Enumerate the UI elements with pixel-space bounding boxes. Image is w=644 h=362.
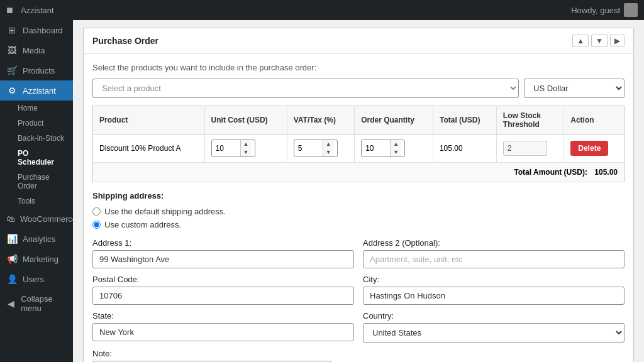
unit-cost-up[interactable]: ▲	[241, 140, 252, 148]
sidebar-item-media[interactable]: 🖼 Media	[0, 40, 73, 60]
radio-default-text: Use the default shipping address.	[104, 207, 226, 216]
dashboard-icon: ⊞	[6, 25, 18, 35]
sidebar-item-analytics[interactable]: 📊 Analytics	[0, 229, 73, 249]
po-description: Select the products you want to include …	[92, 63, 625, 72]
sidebar-item-dashboard[interactable]: ⊞ Dashboard	[0, 20, 73, 40]
note-section: Note:	[92, 349, 625, 362]
sidebar-sub-home[interactable]: Home	[0, 101, 73, 116]
address2-label: Address 2 (Optional):	[363, 238, 625, 248]
cell-action: Delete	[564, 134, 625, 163]
sidebar: ⊞ Dashboard 🖼 Media 🛒 Products ⚙ Azzista…	[0, 20, 73, 362]
howdy-text: Howdy, guest	[571, 6, 620, 15]
collapse-down-button[interactable]: ▼	[591, 35, 608, 47]
low-stock-input[interactable]	[503, 141, 547, 156]
expand-button[interactable]: ▶	[610, 35, 625, 47]
site-name: Azzistant	[21, 6, 54, 15]
products-icon: 🛒	[6, 65, 18, 75]
order-qty-up[interactable]: ▲	[391, 140, 401, 148]
po-card-header-actions: ▲ ▼ ▶	[572, 35, 625, 47]
sidebar-label-tools: Tools	[18, 197, 35, 206]
po-card-header: Purchase Order ▲ ▼ ▶	[84, 28, 633, 54]
shipping-section: Shipping address: Use the default shippi…	[92, 191, 625, 362]
city-group: City:	[363, 275, 625, 305]
sidebar-sub-discount-rules[interactable]: Product	[0, 116, 73, 131]
total-label: Total Amount (USD):	[514, 168, 587, 177]
order-qty-input-wrap: ▲ ▼	[361, 140, 405, 157]
sidebar-label-dashboard: Dashboard	[23, 26, 63, 35]
radio-custom-label[interactable]: Use custom address.	[92, 220, 625, 229]
unit-cost-input[interactable]	[212, 141, 240, 155]
col-product: Product	[93, 106, 205, 134]
woocommerce-icon: 🛍	[6, 214, 15, 224]
sidebar-sub-purchase-order[interactable]: Purchase Order	[0, 170, 73, 194]
vat-down[interactable]: ▼	[323, 148, 334, 156]
vat-up[interactable]: ▲	[323, 140, 334, 148]
sidebar-label-media: Media	[23, 46, 45, 55]
state-group: State:	[92, 311, 354, 343]
sidebar-sub-tools[interactable]: Tools	[0, 194, 73, 209]
cell-vat: ▲ ▼	[287, 134, 354, 163]
vat-input[interactable]	[294, 141, 323, 155]
purchase-order-card: Purchase Order ▲ ▼ ▶ Select the products…	[83, 28, 634, 362]
country-select[interactable]: United States	[363, 323, 625, 343]
order-qty-down[interactable]: ▼	[391, 148, 401, 156]
sidebar-item-marketing[interactable]: 📢 Marketing	[0, 249, 73, 269]
radio-custom[interactable]	[92, 221, 101, 229]
sidebar-sub-po-scheduler[interactable]: PO Scheduler	[0, 146, 73, 170]
city-input[interactable]	[363, 287, 625, 305]
sidebar-label-users: Users	[23, 275, 44, 284]
col-order-qty: Order Quantity	[355, 106, 433, 134]
postal-input[interactable]	[92, 287, 354, 305]
col-total: Total (USD)	[433, 106, 496, 134]
sidebar-item-products[interactable]: 🛒 Products	[0, 60, 73, 80]
country-label: Country:	[363, 311, 625, 321]
radio-default-label[interactable]: Use the default shipping address.	[92, 207, 625, 216]
note-label: Note:	[92, 349, 625, 358]
table-row: Discount 10% Product A ▲ ▼	[93, 134, 625, 163]
address2-input[interactable]	[363, 250, 625, 268]
col-unit-cost: Unit Cost (USD)	[204, 106, 287, 134]
vat-input-wrap: ▲ ▼	[294, 140, 338, 157]
collapse-icon: ◀	[6, 299, 16, 309]
sidebar-label-po-scheduler: PO Scheduler	[18, 149, 54, 167]
order-qty-spinners: ▲ ▼	[390, 140, 401, 156]
collapse-up-button[interactable]: ▲	[572, 35, 589, 47]
sidebar-label-woocommerce: WooCommerce	[20, 214, 73, 224]
sidebar-item-woocommerce[interactable]: 🛍 WooCommerce	[0, 209, 73, 229]
postal-label: Postal Code:	[92, 275, 354, 284]
sidebar-item-azzistant[interactable]: ⚙ Azzistant	[0, 80, 73, 101]
radio-default[interactable]	[92, 207, 101, 216]
product-select[interactable]: Select a product	[92, 79, 519, 98]
address1-label: Address 1:	[92, 238, 354, 248]
cell-order-qty: ▲ ▼	[355, 134, 433, 163]
po-card-title: Purchase Order	[92, 36, 158, 46]
unit-cost-input-wrap: ▲ ▼	[211, 140, 255, 157]
sidebar-label-marketing: Marketing	[23, 255, 58, 264]
sidebar-sub-back-in-stock[interactable]: Back-in-Stock	[0, 131, 73, 146]
sidebar-item-users[interactable]: 👤 Users	[0, 269, 73, 289]
sidebar-item-collapse[interactable]: ◀ Collapse menu	[0, 289, 73, 318]
shipping-radio-group: Use the default shipping address. Use cu…	[92, 207, 625, 229]
order-qty-input[interactable]	[362, 141, 390, 155]
state-input[interactable]	[92, 323, 354, 341]
top-bar-right: Howdy, guest	[571, 3, 638, 17]
product-select-row: Select a product US Dollar	[92, 79, 625, 98]
azzistant-icon: ⚙	[6, 85, 18, 96]
cell-unit-cost: ▲ ▼	[204, 134, 287, 163]
unit-cost-down[interactable]: ▼	[241, 148, 252, 156]
sidebar-label-collapse: Collapse menu	[21, 294, 67, 313]
shipping-title: Shipping address:	[92, 191, 625, 200]
delete-button[interactable]: Delete	[570, 141, 608, 156]
radio-custom-text: Use custom address.	[104, 220, 181, 229]
currency-select[interactable]: US Dollar	[524, 79, 625, 98]
address1-input[interactable]	[92, 250, 354, 268]
col-low-stock: Low StockThreshold	[496, 106, 564, 134]
sidebar-label-products: Products	[23, 66, 55, 75]
avatar	[624, 3, 638, 17]
sidebar-label-purchase-order: Purchase Order	[18, 173, 50, 190]
total-row: Total Amount (USD): 105.00	[93, 162, 625, 182]
address-row: Address 1: Address 2 (Optional):	[92, 238, 625, 268]
postal-group: Postal Code:	[92, 275, 354, 305]
sidebar-label-back-in-stock: Back-in-Stock	[18, 134, 64, 143]
main-content: Purchase Order ▲ ▼ ▶ Select the products…	[73, 20, 644, 362]
